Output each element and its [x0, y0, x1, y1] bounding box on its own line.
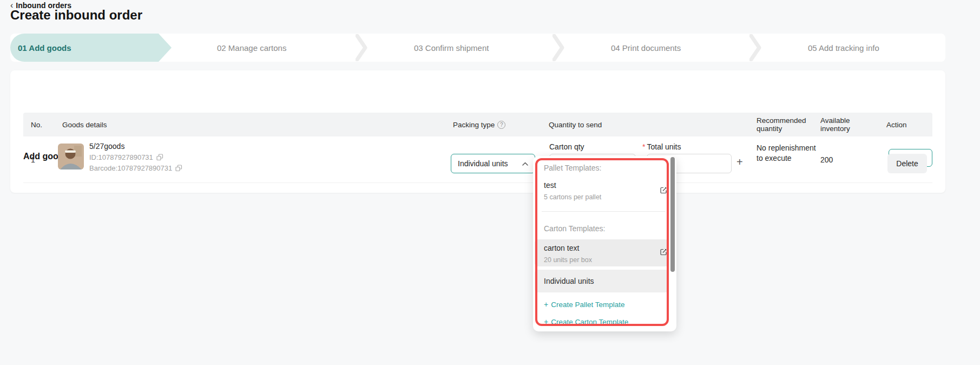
chevron-up-icon [522, 162, 528, 166]
col-header-no: No. [31, 113, 42, 136]
step-add-goods[interactable]: 01 Add goods [10, 34, 159, 62]
dropdown-scrollbar[interactable] [670, 157, 675, 272]
packing-type-select[interactable]: Individual units [451, 154, 535, 173]
total-units-label-text: Total units [647, 142, 681, 151]
step-print-documents[interactable]: 04 Print documents [565, 34, 748, 62]
create-carton-template-link[interactable]: + Create Carton Template [544, 317, 628, 326]
pallet-templates-group-label: Pallet Templates: [544, 164, 601, 172]
row-number: 1 [31, 155, 35, 164]
available-inventory-value: 200 [820, 155, 833, 164]
required-asterisk: * [642, 142, 645, 151]
option-description: 5 cartons per pallet [544, 193, 601, 201]
edit-template-icon[interactable] [660, 186, 667, 194]
add-goods-card: Add goods + Add No. Goods details Packin… [10, 70, 945, 193]
individual-units-option[interactable]: Individual units [535, 270, 669, 292]
delete-button[interactable]: Delete [887, 154, 927, 173]
step-label: 02 Manage cartons [217, 43, 286, 53]
active-step-arrow [159, 34, 172, 62]
chevron-right-icon [748, 34, 762, 62]
option-name: carton text [544, 244, 669, 253]
col-header-recommended-quantity: Recommended quantity [757, 113, 812, 136]
page-title: Create inbound order [10, 8, 142, 23]
total-units-label: *Total units [642, 142, 681, 151]
goods-details: 5/27goods ID:10787927890731 Barcode:1078… [89, 141, 182, 173]
col-header-action: Action [886, 113, 907, 136]
divider [542, 211, 666, 212]
goods-id: ID:10787927890731 [89, 153, 153, 162]
step-confirm-shipment[interactable]: 03 Confirm shipment [369, 34, 551, 62]
step-label: 05 Add tracking info [808, 43, 879, 53]
packing-type-dropdown: Pallet Templates: test 5 cartons per pal… [533, 156, 676, 331]
table-row: 1 5/27goods ID:10787927890731 [23, 136, 932, 183]
create-pallet-template-link[interactable]: + Create Pallet Template [544, 300, 625, 309]
carton-qty-label: Carton qty [549, 142, 584, 151]
question-circle-icon[interactable]: ? [497, 121, 505, 129]
chevron-right-icon [354, 34, 369, 62]
add-quantity-plus-icon[interactable]: + [736, 156, 743, 168]
carton-template-option[interactable]: carton text 20 units per box [535, 239, 669, 266]
option-name: test [544, 181, 601, 190]
create-inbound-order-page: ‹ Inbound orders Create inbound order 01… [0, 0, 980, 365]
pallet-template-option[interactable]: test 5 cartons per pallet [544, 181, 601, 201]
option-description: 20 units per box [544, 256, 669, 264]
step-label: 01 Add goods [18, 43, 71, 53]
carton-templates-group-label: Carton Templates: [544, 224, 605, 233]
step-manage-cartons[interactable]: 02 Manage cartons [172, 34, 354, 62]
option-name: Individual units [544, 277, 594, 286]
chevron-right-icon [551, 34, 565, 62]
col-header-quantity-to-send: Quantity to send [549, 113, 602, 136]
plus-icon: + [544, 317, 548, 326]
stepper: 01 Add goods 02 Manage cartons 03 Confir… [10, 34, 945, 62]
edit-template-icon[interactable] [660, 248, 667, 256]
link-label: Create Pallet Template [551, 301, 624, 309]
goods-barcode: Barcode:10787927890731 [89, 164, 172, 173]
col-header-available-inventory: Available inventory [820, 113, 876, 136]
plus-icon: + [544, 300, 548, 309]
goods-name: 5/27goods [89, 141, 182, 151]
col-header-packing-type: Packing type ? [453, 113, 505, 136]
recommended-quantity-text: No replenishment to execute [757, 143, 817, 164]
packing-type-header-label: Packing type [453, 121, 495, 129]
product-image [58, 144, 84, 170]
step-label: 03 Confirm shipment [414, 43, 489, 53]
step-label: 04 Print documents [611, 43, 681, 53]
link-label: Create Carton Template [551, 318, 628, 326]
step-add-tracking-info[interactable]: 05 Add tracking info [762, 34, 945, 62]
copy-icon[interactable] [156, 154, 163, 161]
table-header: No. Goods details Packing type ? Quantit… [23, 113, 932, 136]
packing-type-value: Individual units [458, 159, 508, 168]
copy-icon[interactable] [175, 165, 182, 172]
col-header-goods-details: Goods details [62, 113, 107, 136]
